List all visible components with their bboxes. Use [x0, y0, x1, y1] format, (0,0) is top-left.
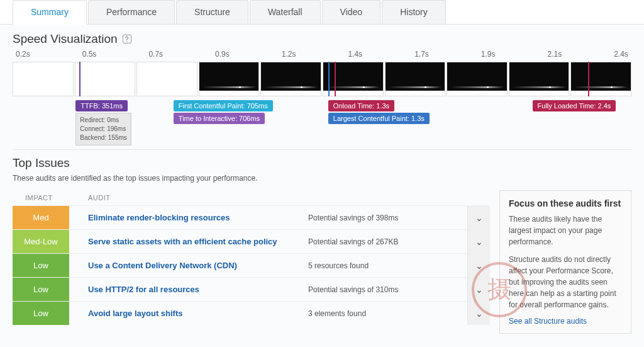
speed-viz-title-text: Speed Visualization: [13, 32, 118, 46]
impact-badge: Med: [13, 206, 69, 229]
frame: [385, 62, 446, 96]
frame: [136, 62, 197, 96]
audit-detail: 3 elements found: [308, 309, 467, 318]
expand-button[interactable]: ⌄: [467, 278, 490, 301]
expand-button[interactable]: ⌄: [467, 230, 490, 253]
time-tick: 1.2s: [282, 50, 296, 59]
time-tick: 2.1s: [548, 50, 562, 59]
impact-badge: Low: [13, 302, 69, 325]
frame: [75, 62, 136, 96]
marker-line-lcp: [328, 62, 330, 96]
marker-line-onload: [335, 62, 336, 96]
audit-link[interactable]: Avoid large layout shifts: [88, 309, 296, 318]
timeline-labels: 0.2s 0.5s 0.7s 0.9s 1.2s 1.4s 1.7s 1.9s …: [13, 50, 631, 62]
time-tick: 0.5s: [82, 50, 97, 59]
impact-badge: Med-Low: [13, 230, 69, 253]
top-issues-subtitle: These audits are identified as the top i…: [13, 174, 631, 183]
ttfb-details: Redirect: 0ms Connect: 196ms Backend: 15…: [75, 113, 131, 145]
issues-table: IMPACT AUDIT MedEliminate render-blockin…: [13, 190, 490, 325]
help-icon[interactable]: ?: [123, 35, 131, 43]
audit-detail: 5 resources found: [308, 261, 467, 270]
audit-link[interactable]: Use a Content Delivery Network (CDN): [88, 261, 296, 270]
markers: TTFB: 351ms Redirect: 0ms Connect: 196ms…: [13, 99, 631, 137]
fullyloaded-pill: Fully Loaded Time: 2.4s: [533, 100, 616, 111]
time-tick: 1.7s: [414, 50, 429, 59]
marker-line-fullyloaded: [588, 62, 589, 96]
ttfb-connect: Connect: 196ms: [80, 125, 127, 134]
table-row: MedEliminate render-blocking resourcesPo…: [13, 205, 490, 229]
frame: [13, 62, 74, 96]
ttfb-redirect: Redirect: 0ms: [80, 116, 127, 125]
filmstrip: [13, 62, 631, 96]
fcp-pill: First Contentful Paint: 705ms: [174, 100, 273, 111]
table-row: LowUse a Content Delivery Network (CDN)5…: [13, 253, 490, 277]
frame: [323, 62, 384, 96]
audit-link[interactable]: Serve static assets with an efficient ca…: [88, 237, 296, 246]
sidebar-title: Focus on these audits first: [509, 198, 622, 208]
ttfb-backend: Backend: 155ms: [80, 134, 127, 142]
tab-video[interactable]: Video: [322, 0, 381, 24]
onload-pill: Onload Time: 1.3s: [328, 100, 394, 111]
audit-detail: Potential savings of 310ms: [308, 285, 467, 294]
focus-sidebar: Focus on these audits first These audits…: [499, 190, 631, 334]
see-all-structure-link[interactable]: See all Structure audits: [509, 317, 587, 326]
impact-badge: Low: [13, 278, 69, 301]
tab-performance[interactable]: Performance: [88, 0, 175, 24]
chevron-down-icon: ⌄: [475, 237, 483, 247]
time-tick: 2.4s: [614, 50, 628, 59]
expand-button[interactable]: ⌄: [467, 302, 490, 325]
sidebar-p2: Structure audits do not directly affect …: [509, 254, 622, 310]
audit-detail: Potential savings of 398ms: [308, 213, 467, 222]
audit-link[interactable]: Use HTTP/2 for all resources: [88, 285, 296, 294]
table-row: LowUse HTTP/2 for all resourcesPotential…: [13, 277, 490, 301]
table-row: Med-LowServe static assets with an effic…: [13, 229, 490, 253]
top-issues-title: Top Issues: [13, 156, 631, 170]
tab-structure[interactable]: Structure: [176, 0, 248, 24]
sidebar-p1: These audits likely have the largest imp…: [509, 213, 622, 247]
chevron-down-icon: ⌄: [475, 213, 483, 223]
expand-button[interactable]: ⌄: [467, 206, 490, 229]
table-row: LowAvoid large layout shifts3 elements f…: [13, 301, 490, 325]
audit-link[interactable]: Eliminate render-blocking resources: [88, 213, 296, 222]
audit-detail: Potential savings of 267KB: [308, 237, 467, 246]
speed-viz-title: Speed Visualization ?: [13, 32, 631, 46]
ttfb-pill: TTFB: 351ms: [75, 100, 128, 111]
chevron-down-icon: ⌄: [475, 309, 483, 319]
tab-summary[interactable]: Summary: [13, 0, 87, 25]
header-impact: IMPACT: [13, 194, 69, 202]
frame: [260, 62, 321, 96]
time-tick: 0.7s: [148, 50, 163, 59]
frame: [199, 62, 260, 96]
tab-waterfall[interactable]: Waterfall: [250, 0, 321, 24]
frame: [447, 62, 508, 96]
time-tick: 0.9s: [215, 50, 230, 59]
impact-badge: Low: [13, 254, 69, 277]
tabs-bar: Summary Performance Structure Waterfall …: [0, 0, 644, 25]
time-tick: 0.2s: [16, 50, 30, 59]
marker-line-ttfb: [79, 62, 80, 96]
tti-pill: Time to Interactive: 706ms: [174, 113, 265, 124]
chevron-down-icon: ⌄: [475, 261, 483, 271]
lcp-pill: Largest Contentful Paint: 1.3s: [328, 113, 430, 124]
tab-history[interactable]: History: [382, 0, 446, 24]
chevron-down-icon: ⌄: [475, 285, 483, 295]
divider: [13, 149, 631, 150]
frame: [570, 62, 631, 96]
top-issues-title-text: Top Issues: [13, 156, 70, 170]
expand-button[interactable]: ⌄: [467, 254, 490, 277]
frame: [509, 62, 570, 96]
time-tick: 1.4s: [348, 50, 362, 59]
time-tick: 1.9s: [481, 50, 496, 59]
header-audit: AUDIT: [69, 194, 490, 202]
